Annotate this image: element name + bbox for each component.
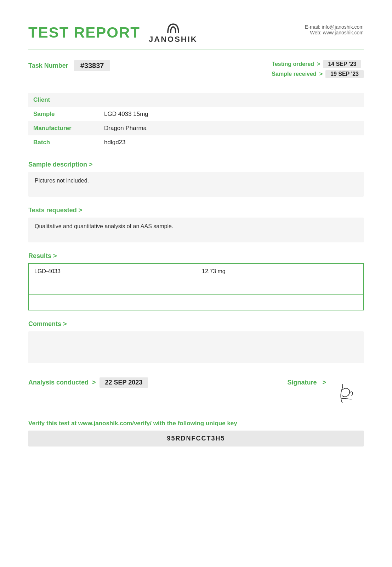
sample-received-value: 19 SEP '23 — [325, 70, 364, 78]
result-value-2 — [196, 279, 364, 295]
tests-requested-section: Tests requested > Qualitative and quanti… — [28, 207, 364, 242]
sample-received-arrow: > — [319, 71, 323, 77]
logo-icon — [164, 21, 182, 35]
header-divider — [28, 50, 364, 50]
page-title: TEST REPORT — [28, 24, 140, 41]
result-name-1: LGD-4033 — [29, 264, 196, 279]
batch-row: Batch hdlgd23 — [28, 135, 364, 150]
testing-ordered-label: Testing ordered — [272, 61, 314, 67]
results-title: Results > — [28, 252, 364, 260]
signature-image — [332, 377, 364, 406]
task-dates-row: Task Number #33837 Testing ordered > 14 … — [28, 60, 364, 80]
results-section: Results > LGD-4033 12.73 mg — [28, 252, 364, 310]
client-label: Client — [28, 93, 99, 107]
result-row-3 — [29, 295, 364, 310]
page: TEST REPORT JANOSHIK E-mail: info@janosh… — [0, 0, 392, 567]
testing-ordered-value: 14 SEP '23 — [323, 60, 361, 68]
header-contact: E-mail: info@janoshik.com Web: www.janos… — [305, 24, 364, 35]
client-row: Client — [28, 93, 364, 107]
header-email: E-mail: info@janoshik.com — [305, 24, 364, 30]
testing-ordered-arrow: > — [317, 61, 320, 67]
header-web: Web: www.janoshik.com — [305, 30, 364, 35]
analysis-label: Analysis conducted — [28, 379, 89, 386]
signature-arrow: > — [322, 377, 326, 386]
header: TEST REPORT JANOSHIK E-mail: info@janosh… — [28, 21, 364, 44]
header-left: TEST REPORT JANOSHIK — [28, 21, 198, 44]
sample-description-content: Pictures not included. — [28, 172, 364, 197]
footer-analysis: Analysis conducted > 22 SEP 2023 Signatu… — [28, 377, 364, 406]
comments-title: Comments > — [28, 320, 364, 328]
tests-requested-title: Tests requested > — [28, 207, 364, 214]
client-value — [99, 93, 364, 107]
manufacturer-row: Manufacturer Dragon Pharma — [28, 121, 364, 135]
batch-value: hdlgd23 — [99, 135, 364, 150]
result-value-3 — [196, 295, 364, 310]
sample-label: Sample — [28, 107, 99, 121]
verify-text: Verify this test at www.janoshik.com/ver… — [28, 420, 364, 427]
result-name-3 — [29, 295, 196, 310]
signature-svg — [332, 377, 364, 406]
info-table: Client Sample LGD 4033 15mg Manufacturer… — [28, 93, 364, 150]
task-number-label: Task Number — [28, 62, 68, 69]
tests-requested-content: Qualitative and quantitative analysis of… — [28, 218, 364, 242]
result-row-2 — [29, 279, 364, 295]
manufacturer-value: Dragon Pharma — [99, 121, 364, 135]
comments-section: Comments > — [28, 320, 364, 363]
analysis-arrow: > — [92, 379, 96, 386]
analysis-group: Analysis conducted > 22 SEP 2023 — [28, 377, 148, 388]
signature-label: Signature — [287, 377, 317, 386]
sample-description-title: Sample description > — [28, 161, 364, 168]
verify-key: 95RDNFCCT3H5 — [28, 431, 364, 447]
results-table: LGD-4033 12.73 mg — [28, 263, 364, 310]
verify-section: Verify this test at www.janoshik.com/ver… — [28, 420, 364, 447]
analysis-date: 22 SEP 2023 — [100, 377, 148, 388]
result-name-2 — [29, 279, 196, 295]
dates-group: Testing ordered > 14 SEP '23 Sample rece… — [272, 60, 364, 80]
comments-content — [28, 331, 364, 363]
result-row-1: LGD-4033 12.73 mg — [29, 264, 364, 279]
batch-label: Batch — [28, 135, 99, 150]
task-number-group: Task Number #33837 — [28, 60, 110, 71]
result-value-1: 12.73 mg — [196, 264, 364, 279]
testing-ordered-row: Testing ordered > 14 SEP '23 — [272, 60, 364, 68]
manufacturer-label: Manufacturer — [28, 121, 99, 135]
task-number-value: #33837 — [74, 60, 110, 71]
sample-received-label: Sample received — [272, 71, 316, 77]
logo-container: JANOSHIK — [149, 21, 198, 44]
sample-value: LGD 4033 15mg — [99, 107, 364, 121]
sample-row: Sample LGD 4033 15mg — [28, 107, 364, 121]
logo-text: JANOSHIK — [149, 35, 198, 44]
signature-group: Signature > — [287, 377, 364, 406]
sample-description-section: Sample description > Pictures not includ… — [28, 161, 364, 197]
sample-received-row: Sample received > 19 SEP '23 — [272, 70, 364, 78]
